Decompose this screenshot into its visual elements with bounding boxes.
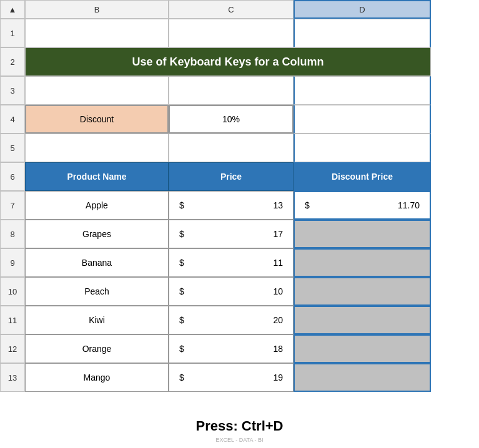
product-name-1: Grapes <box>25 220 169 248</box>
product-name-6: Mango <box>25 363 169 392</box>
cell-c1 <box>169 19 294 47</box>
cell-b1 <box>25 19 169 47</box>
discount-label: Discount <box>25 105 169 134</box>
product-discount-0: $ 11.70 <box>294 191 431 220</box>
grid: ▲ B C D 1 2 Use of Keyboard Keys for a C… <box>0 0 479 408</box>
table-header-discount: Discount Price <box>294 162 431 191</box>
price-num-2: 11 <box>273 258 283 268</box>
row-header-9: 9 <box>0 248 25 277</box>
row-header-2: 2 <box>0 47 25 76</box>
product-price-1: $ 17 <box>169 220 294 248</box>
product-name-4: Kiwi <box>25 306 169 334</box>
dollar-sign-1: $ <box>179 229 189 239</box>
row-header-8: 8 <box>0 220 25 248</box>
price-num-4: 20 <box>273 315 283 325</box>
product-discount-6 <box>294 363 431 392</box>
product-price-2: $ 11 <box>169 248 294 277</box>
cell-b3 <box>25 76 169 105</box>
spreadsheet: ▲ B C D 1 2 Use of Keyboard Keys for a C… <box>0 0 479 448</box>
dollar-sign-4: $ <box>179 315 189 325</box>
dollar-sign-5: $ <box>179 344 189 354</box>
product-discount-5 <box>294 334 431 363</box>
dollar-sign-6: $ <box>179 373 189 382</box>
row-header-12: 12 <box>0 334 25 363</box>
price-num-5: 18 <box>273 344 283 354</box>
row-header-11: 11 <box>0 306 25 334</box>
row-header-13: 13 <box>0 363 25 392</box>
row-header-3: 3 <box>0 76 25 105</box>
table-header-name: Product Name <box>25 162 169 191</box>
dollar-sign-3: $ <box>179 286 189 296</box>
row-header-6: 6 <box>0 162 25 191</box>
row-header-1: 1 <box>0 19 25 47</box>
col-header-row-num: ▲ <box>0 0 25 19</box>
product-price-5: $ 18 <box>169 334 294 363</box>
cell-d5 <box>294 134 431 162</box>
price-num-6: 19 <box>273 373 283 382</box>
bottom-label: Press: Ctrl+D <box>0 412 479 437</box>
col-header-c: C <box>169 0 294 19</box>
product-price-0: $ 13 <box>169 191 294 220</box>
product-price-6: $ 19 <box>169 363 294 392</box>
bottom-area: Press: Ctrl+D EXCEL - DATA - BI <box>0 408 479 448</box>
table-header-price: Price <box>169 162 294 191</box>
cell-c3 <box>169 76 294 105</box>
bottom-sub: EXCEL - DATA - BI <box>0 437 479 447</box>
discount-value: 10% <box>169 105 294 134</box>
product-name-5: Orange <box>25 334 169 363</box>
price-num-3: 10 <box>273 286 283 296</box>
product-name-3: Peach <box>25 277 169 306</box>
row-header-10: 10 <box>0 277 25 306</box>
cell-d3 <box>294 76 431 105</box>
cell-c5 <box>169 134 294 162</box>
title-cell: Use of Keyboard Keys for a Column <box>25 47 431 76</box>
product-price-4: $ 20 <box>169 306 294 334</box>
product-name-2: Banana <box>25 248 169 277</box>
product-discount-2 <box>294 248 431 277</box>
col-header-d: D <box>294 0 431 19</box>
product-discount-3 <box>294 277 431 306</box>
dollar-sign-0: $ <box>179 200 189 210</box>
dollar-sign-2: $ <box>179 258 189 268</box>
price-num-0: 13 <box>273 200 283 210</box>
cell-d4 <box>294 105 431 134</box>
product-discount-1 <box>294 220 431 248</box>
price-num-1: 17 <box>273 229 283 239</box>
row-header-5: 5 <box>0 134 25 162</box>
product-price-3: $ 10 <box>169 277 294 306</box>
product-name-0: Apple <box>25 191 169 220</box>
row-header-4: 4 <box>0 105 25 134</box>
discount-dollar-0: $ <box>305 200 315 210</box>
col-header-b: B <box>25 0 169 19</box>
row-header-7: 7 <box>0 191 25 220</box>
product-discount-4 <box>294 306 431 334</box>
discount-num-0: 11.70 <box>398 200 420 210</box>
cell-d1 <box>294 19 431 47</box>
cell-b5 <box>25 134 169 162</box>
